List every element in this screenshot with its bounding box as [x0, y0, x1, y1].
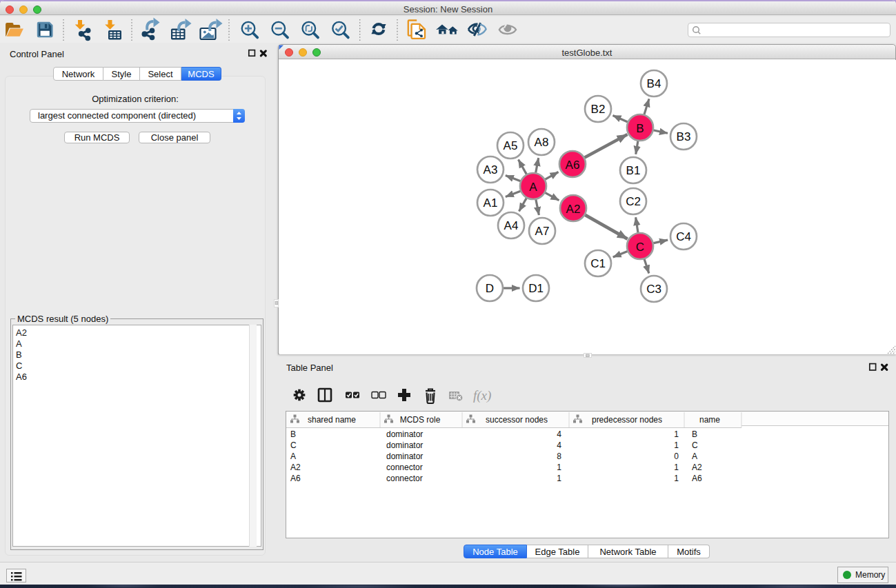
svg-text:C: C: [692, 440, 698, 450]
svg-text:dominator: dominator: [386, 440, 423, 450]
svg-text:B4: B4: [647, 77, 661, 90]
svg-text:successor nodes: successor nodes: [486, 415, 548, 425]
svg-text:B: B: [692, 429, 697, 439]
svg-text:D: D: [486, 282, 494, 295]
svg-text:A2: A2: [290, 463, 301, 472]
svg-text:A2: A2: [692, 463, 702, 472]
svg-text:4: 4: [557, 429, 561, 439]
svg-text:C: C: [636, 241, 644, 254]
svg-text:A6: A6: [692, 474, 702, 483]
svg-text:B: B: [636, 122, 644, 135]
svg-text:dominator: dominator: [386, 429, 423, 439]
svg-text:B1: B1: [626, 164, 641, 177]
svg-text:1: 1: [557, 463, 561, 472]
svg-text:A: A: [529, 181, 537, 194]
svg-text:1: 1: [674, 463, 679, 472]
svg-text:A6: A6: [566, 159, 580, 172]
svg-text:C3: C3: [646, 283, 661, 296]
svg-text:A: A: [290, 452, 296, 461]
svg-text:name: name: [699, 415, 720, 425]
svg-text:C: C: [290, 440, 297, 450]
svg-text:B3: B3: [677, 130, 691, 143]
svg-text:Memory: Memory: [855, 570, 885, 580]
svg-text:D1: D1: [528, 282, 544, 295]
svg-text:connector: connector: [386, 463, 423, 472]
svg-text:A4: A4: [504, 219, 519, 232]
svg-text:B2: B2: [591, 103, 606, 116]
svg-text:1: 1: [674, 440, 679, 450]
svg-text:A7: A7: [535, 225, 550, 238]
svg-text:1: 1: [674, 429, 679, 439]
svg-text:shared name: shared name: [308, 415, 356, 425]
svg-text:C4: C4: [676, 230, 691, 243]
svg-text:dominator: dominator: [386, 452, 423, 461]
svg-text:f(x): f(x): [473, 388, 491, 403]
svg-text:B: B: [290, 429, 296, 439]
svg-text:A3: A3: [484, 163, 498, 176]
svg-text:A8: A8: [535, 136, 549, 149]
svg-text:8: 8: [557, 452, 561, 461]
svg-text:A2: A2: [566, 203, 581, 216]
svg-text:C1: C1: [590, 257, 606, 270]
svg-text:1: 1: [557, 474, 561, 483]
svg-text:A1: A1: [484, 196, 498, 210]
svg-text:A5: A5: [504, 139, 518, 152]
svg-text:A: A: [692, 452, 697, 461]
svg-text:C2: C2: [626, 195, 641, 208]
svg-text:A6: A6: [290, 474, 301, 483]
svg-text:4: 4: [557, 440, 561, 450]
svg-text:connector: connector: [386, 474, 423, 483]
svg-text:MCDS role: MCDS role: [400, 415, 441, 425]
svg-text:predecessor nodes: predecessor nodes: [592, 415, 662, 425]
svg-text:1: 1: [674, 474, 679, 483]
svg-text:0: 0: [674, 452, 679, 461]
